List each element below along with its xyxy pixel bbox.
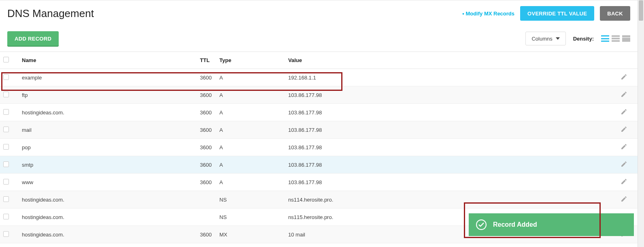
table-row[interactable]: smtp3600A103.86.177.98 — [0, 156, 638, 174]
cell-value: 103.86.177.98 — [285, 139, 617, 156]
cell-type: A — [216, 104, 285, 121]
density-medium-icon[interactable] — [612, 35, 620, 42]
col-header-name[interactable]: Name — [19, 52, 197, 69]
cell-type: NS — [216, 208, 285, 226]
select-all-checkbox[interactable] — [3, 57, 9, 62]
pencil-icon[interactable] — [621, 110, 627, 116]
table-row[interactable]: hostingideas.com.3600TXT"v=spf1 a mx ip4… — [0, 243, 638, 247]
cell-name: smtp — [19, 156, 197, 174]
cell-name: mail — [19, 121, 197, 139]
row-checkbox[interactable] — [3, 127, 9, 132]
pencil-icon[interactable] — [621, 75, 627, 82]
row-checkbox[interactable] — [3, 109, 9, 115]
table-row[interactable]: www3600A103.86.177.98 — [0, 174, 638, 191]
cell-value: "v=spf1 a mx ip4:103.86.177.98 ~all" — [285, 243, 617, 247]
cell-name: hostingideas.com. — [19, 191, 197, 208]
density-compact-icon[interactable] — [601, 35, 609, 42]
pencil-icon[interactable] — [621, 145, 627, 151]
toast-record-added: Record Added — [469, 213, 634, 236]
cell-type: A — [216, 156, 285, 174]
cell-ttl: 3600 — [197, 226, 216, 243]
col-header-value[interactable]: Value — [285, 52, 617, 69]
page-title: DNS Management — [7, 7, 94, 20]
row-checkbox[interactable] — [3, 74, 9, 80]
cell-ttl: 3600 — [197, 104, 216, 121]
table-row[interactable]: hostingideas.com.NSns114.herosite.pro. — [0, 191, 638, 208]
row-checkbox[interactable] — [3, 161, 9, 167]
cell-name: ftp — [19, 86, 197, 104]
cell-ttl: 3600 — [197, 139, 216, 156]
row-checkbox[interactable] — [3, 231, 9, 237]
modify-mx-link[interactable]: • Modify MX Records — [462, 11, 514, 17]
row-checkbox[interactable] — [3, 92, 9, 97]
cell-name: hostingideas.com. — [19, 208, 197, 226]
cell-ttl: 3600 — [197, 156, 216, 174]
cell-ttl: 3600 — [197, 243, 216, 247]
cell-type: A — [216, 174, 285, 191]
toast-text: Record Added — [493, 221, 537, 228]
cell-type: A — [216, 69, 285, 86]
pencil-icon[interactable] — [621, 128, 627, 134]
cell-type: A — [216, 121, 285, 139]
density-large-icon[interactable] — [622, 35, 630, 42]
row-checkbox[interactable] — [3, 144, 9, 150]
cell-name: hostingideas.com. — [19, 243, 197, 247]
cell-type: NS — [216, 191, 285, 208]
col-header-ttl[interactable]: TTL — [197, 52, 216, 69]
cell-value: 103.86.177.98 — [285, 156, 617, 174]
col-header-type[interactable]: Type — [216, 52, 285, 69]
cell-type: TXT — [216, 243, 285, 247]
cell-name: pop — [19, 139, 197, 156]
table-row[interactable]: example3600A192.168.1.1 — [0, 69, 638, 86]
columns-dropdown[interactable]: Columns — [525, 32, 565, 45]
cell-ttl: 3600 — [197, 69, 216, 86]
table-row[interactable]: mail3600A103.86.177.98 — [0, 121, 638, 139]
table-row[interactable]: pop3600A103.86.177.98 — [0, 139, 638, 156]
cell-value: 103.86.177.98 — [285, 86, 617, 104]
cell-value: ns114.herosite.pro. — [285, 191, 617, 208]
cell-value: 192.168.1.1 — [285, 69, 617, 86]
cell-type: A — [216, 86, 285, 104]
cell-type: A — [216, 139, 285, 156]
density-label: Density: — [573, 36, 594, 42]
row-checkbox[interactable] — [3, 179, 9, 185]
pencil-icon[interactable] — [621, 93, 627, 99]
table-row[interactable]: ftp3600A103.86.177.98 — [0, 86, 638, 104]
row-checkbox[interactable] — [3, 196, 9, 202]
back-button[interactable]: BACK — [600, 6, 630, 21]
table-row[interactable]: hostingideas.com.3600A103.86.177.98 — [0, 104, 638, 121]
chevron-down-icon — [556, 37, 560, 40]
cell-name: hostingideas.com. — [19, 104, 197, 121]
cell-ttl: 3600 — [197, 86, 216, 104]
vertical-scrollbar[interactable] — [638, 0, 644, 247]
cell-name: example — [19, 69, 197, 86]
add-record-button[interactable]: ADD RECORD — [7, 31, 59, 46]
cell-value: 103.86.177.98 — [285, 174, 617, 191]
check-circle-icon — [476, 219, 487, 230]
cell-name: www — [19, 174, 197, 191]
cell-type: MX — [216, 226, 285, 243]
cell-ttl — [197, 191, 216, 208]
columns-label: Columns — [531, 36, 552, 42]
cell-value: 103.86.177.98 — [285, 121, 617, 139]
cell-ttl: 3600 — [197, 121, 216, 139]
cell-value: 103.86.177.98 — [285, 104, 617, 121]
override-ttl-button[interactable]: OVERRIDE TTL VALUE — [520, 6, 594, 21]
cell-ttl — [197, 208, 216, 226]
cell-name: hostingideas.com. — [19, 226, 197, 243]
cell-ttl: 3600 — [197, 174, 216, 191]
row-checkbox[interactable] — [3, 214, 9, 219]
pencil-icon[interactable] — [621, 163, 627, 169]
pencil-icon[interactable] — [621, 198, 627, 204]
pencil-icon[interactable] — [621, 180, 627, 186]
